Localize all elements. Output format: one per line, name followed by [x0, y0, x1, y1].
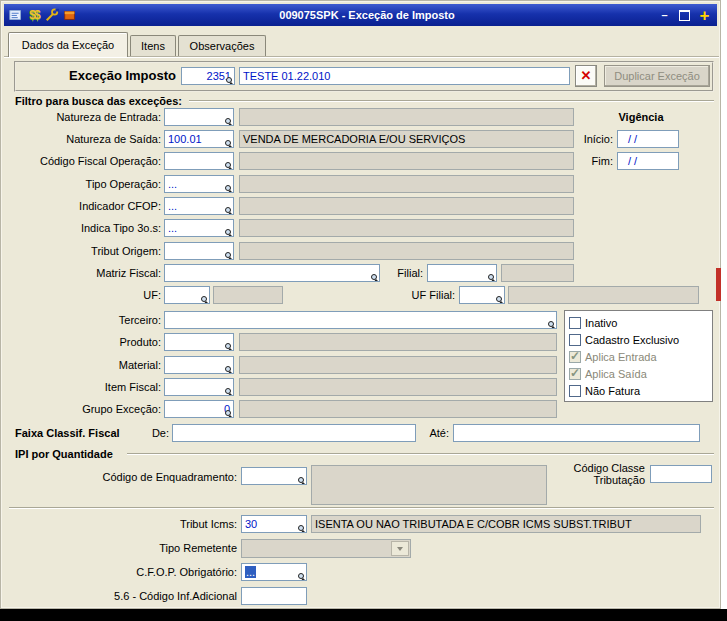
faixa-ate-input[interactable] — [453, 424, 700, 442]
tipo-remetente-select[interactable] — [241, 539, 411, 558]
cfop-obrigatorio-input[interactable]: ... — [241, 563, 307, 581]
produto-desc — [239, 333, 557, 351]
codigo-fiscal-input[interactable] — [164, 152, 234, 170]
lookup-icon — [371, 274, 380, 282]
checkbox-cadastro-exclusivo[interactable]: Cadastro Exclusivo — [569, 331, 712, 348]
lookup-icon — [226, 77, 235, 85]
natureza-entrada-label: Natureza de Entrada: — [21, 108, 161, 126]
grupo-excecao-input[interactable]: 0 — [164, 400, 234, 418]
faixa-de-input[interactable] — [172, 424, 416, 442]
tribut-icms-label: Tribut Icms: — [21, 515, 237, 533]
natureza-saida-label: Natureza de Saída: — [21, 130, 161, 148]
tab-dados-da-excecao[interactable]: Dados da Exceção — [8, 32, 128, 57]
cfop-obrigatorio-label: C.F.O.P. Obrigatório: — [21, 563, 237, 581]
lookup-icon — [225, 185, 234, 193]
uf-desc — [213, 286, 283, 304]
enquadramento-input[interactable] — [241, 467, 307, 485]
indica-tipo-3os-label: Indica Tipo 3o.s: — [21, 219, 161, 237]
lookup-icon — [225, 207, 234, 215]
filial-label: Filial: — [383, 264, 423, 282]
filial-input[interactable] — [427, 264, 497, 282]
titlebar[interactable]: $$ 009075SPK - Exceção de Imposto – + — [4, 4, 717, 26]
classe-tributacao-input[interactable] — [650, 465, 712, 483]
checkbox-icon — [569, 351, 581, 363]
item-fiscal-label: Item Fiscal: — [21, 378, 161, 396]
titlebar-icons: $$ — [8, 7, 78, 23]
maximize-button[interactable] — [676, 8, 693, 23]
package-icon[interactable] — [62, 7, 78, 23]
indicador-cfop-desc — [239, 197, 574, 215]
natureza-entrada-input[interactable] — [164, 108, 234, 126]
duplicar-excecao-button[interactable]: Duplicar Exceção — [604, 65, 710, 87]
excecao-descricao-input[interactable]: TESTE 01.22.010 — [239, 67, 570, 85]
material-input[interactable] — [164, 356, 234, 374]
grupo-excecao-desc — [239, 400, 557, 418]
tribut-icms-input[interactable]: 30 — [241, 515, 307, 533]
codigo-fiscal-desc — [239, 152, 574, 170]
checkbox-inativo[interactable]: Inativo — [569, 314, 712, 331]
checkbox-aplica-entrada[interactable]: Aplica Entrada — [569, 348, 712, 365]
grupo-excecao-label: Grupo Exceção: — [21, 400, 161, 418]
excecao-codigo-input[interactable]: 2351 — [181, 67, 235, 85]
vigencia-fim-input[interactable]: / / — [617, 152, 679, 170]
matriz-fiscal-input[interactable] — [164, 264, 380, 282]
item-fiscal-desc — [239, 378, 557, 396]
tipo-remetente-label: Tipo Remetente — [21, 539, 237, 557]
lookup-icon — [298, 525, 307, 533]
terceiro-label: Terceiro: — [21, 311, 161, 329]
faixa-de-label: De: — [121, 424, 169, 442]
enquadramento-label: Código de Enquadramento: — [21, 468, 237, 486]
tribut-origem-input[interactable] — [164, 242, 234, 260]
uf-label: UF: — [21, 286, 161, 304]
uf-filial-input[interactable] — [459, 286, 505, 304]
produto-label: Produto: — [21, 333, 161, 351]
tab-itens[interactable]: Itens — [130, 35, 176, 57]
form-icon[interactable] — [8, 7, 24, 23]
lookup-icon — [225, 162, 234, 170]
lookup-icon — [298, 477, 307, 485]
uf-input[interactable] — [164, 286, 210, 304]
vigencia-inicio-input[interactable]: / / — [617, 130, 679, 148]
tipo-operacao-desc — [239, 175, 574, 193]
tribut-origem-label: Tribut Origem: — [21, 242, 161, 260]
chevron-down-icon[interactable] — [391, 541, 409, 556]
lookup-icon — [488, 274, 497, 282]
checkbox-nao-fatura[interactable]: Não Fatura — [569, 382, 712, 399]
excecao-imposto-label: Exceção Imposto — [21, 67, 176, 85]
window-title: 009075SPK - Exceção de Imposto — [78, 9, 656, 21]
money-icon[interactable]: $$ — [26, 7, 42, 23]
checkbox-icon — [569, 334, 581, 346]
ipi-title: IPI por Quantidade — [15, 445, 145, 463]
checkbox-icon — [569, 368, 581, 380]
minimize-button[interactable]: – — [656, 8, 673, 23]
ipi-section-line — [127, 453, 714, 455]
maximize-icon — [679, 10, 690, 21]
natureza-saida-input[interactable]: 100.01 — [164, 130, 234, 148]
checkbox-icon — [569, 385, 581, 397]
wrench-icon[interactable] — [44, 7, 60, 23]
checkbox-label: Cadastro Exclusivo — [585, 334, 679, 346]
close-button[interactable]: + — [696, 8, 713, 23]
vigencia-title: Vigência — [599, 108, 683, 126]
tipo-operacao-input[interactable]: ... — [164, 175, 234, 193]
lookup-icon — [225, 229, 234, 237]
indicador-cfop-input[interactable]: ... — [164, 197, 234, 215]
checkbox-aplica-saida[interactable]: Aplica Saída — [569, 365, 712, 382]
filtro-section-line — [189, 100, 714, 102]
delete-button[interactable]: ✕ — [575, 65, 597, 87]
tribut-icms-desc: ISENTA OU NAO TRIBUTADA E C/COBR ICMS SU… — [311, 515, 701, 533]
checkbox-label: Aplica Entrada — [585, 351, 657, 363]
natureza-entrada-desc — [239, 108, 574, 126]
checkbox-label: Não Fatura — [585, 385, 640, 397]
lookup-icon — [225, 118, 234, 126]
indica-tipo-3os-input[interactable]: ... — [164, 219, 234, 237]
item-fiscal-input[interactable] — [164, 378, 234, 396]
lookup-icon — [225, 252, 234, 260]
checkbox-label: Aplica Saída — [585, 368, 647, 380]
cod-inf-adicional-input[interactable] — [241, 587, 307, 605]
tipo-operacao-label: Tipo Operação: — [21, 175, 161, 193]
faixa-ate-label: Até: — [419, 424, 449, 442]
produto-input[interactable] — [164, 333, 234, 351]
tab-observacoes[interactable]: Observações — [178, 35, 266, 57]
terceiro-input[interactable] — [164, 311, 557, 329]
